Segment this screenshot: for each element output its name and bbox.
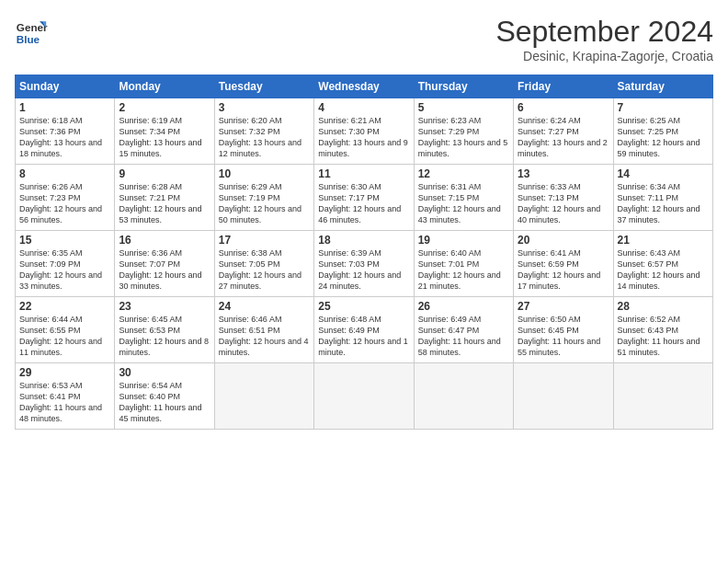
day-info: Sunrise: 6:24 AMSunset: 7:27 PMDaylight:… — [518, 115, 609, 160]
logo-icon: General Blue — [15, 15, 48, 48]
day-number: 28 — [618, 300, 709, 313]
day-info: Sunrise: 6:54 AMSunset: 6:40 PMDaylight:… — [119, 380, 210, 425]
day-number: 15 — [19, 234, 110, 247]
day-info: Sunrise: 6:45 AMSunset: 6:53 PMDaylight:… — [119, 314, 210, 359]
day-number: 18 — [318, 234, 409, 247]
day-number: 8 — [19, 167, 110, 180]
table-row: 16Sunrise: 6:36 AMSunset: 7:07 PMDayligh… — [115, 231, 214, 297]
day-info: Sunrise: 6:36 AMSunset: 7:07 PMDaylight:… — [119, 247, 210, 293]
col-friday: Friday — [514, 75, 613, 98]
day-number: 27 — [518, 300, 609, 313]
col-sunday: Sunday — [16, 75, 115, 98]
day-number: 13 — [518, 167, 609, 180]
day-number: 1 — [19, 101, 110, 114]
table-row: 3Sunrise: 6:20 AMSunset: 7:32 PMDaylight… — [214, 98, 313, 165]
day-info: Sunrise: 6:29 AMSunset: 7:19 PMDaylight:… — [219, 181, 310, 226]
table-row: 21Sunrise: 6:43 AMSunset: 6:57 PMDayligh… — [613, 231, 712, 297]
day-info: Sunrise: 6:21 AMSunset: 7:30 PMDaylight:… — [318, 115, 409, 160]
day-info: Sunrise: 6:39 AMSunset: 7:03 PMDaylight:… — [318, 247, 409, 293]
svg-text:Blue: Blue — [17, 33, 40, 45]
day-info: Sunrise: 6:46 AMSunset: 6:51 PMDaylight:… — [219, 314, 310, 359]
day-info: Sunrise: 6:25 AMSunset: 7:25 PMDaylight:… — [618, 115, 709, 160]
table-row: 26Sunrise: 6:49 AMSunset: 6:47 PMDayligh… — [414, 297, 513, 363]
month-title: September 2024 — [495, 15, 713, 49]
day-info: Sunrise: 6:40 AMSunset: 7:01 PMDaylight:… — [418, 247, 509, 293]
day-number: 14 — [618, 167, 709, 180]
day-info: Sunrise: 6:49 AMSunset: 6:47 PMDaylight:… — [418, 314, 509, 359]
table-row: 24Sunrise: 6:46 AMSunset: 6:51 PMDayligh… — [214, 297, 313, 363]
col-tuesday: Tuesday — [214, 75, 313, 98]
day-number: 20 — [518, 234, 609, 247]
day-number: 16 — [119, 234, 210, 247]
day-number: 26 — [418, 300, 509, 313]
day-info: Sunrise: 6:53 AMSunset: 6:41 PMDaylight:… — [19, 380, 110, 425]
table-row: 9Sunrise: 6:28 AMSunset: 7:21 PMDaylight… — [115, 165, 214, 231]
table-row: 1Sunrise: 6:18 AMSunset: 7:36 PMDaylight… — [16, 98, 115, 165]
table-row: 23Sunrise: 6:45 AMSunset: 6:53 PMDayligh… — [115, 297, 214, 363]
table-row: 5Sunrise: 6:23 AMSunset: 7:29 PMDaylight… — [414, 98, 513, 165]
table-row: 15Sunrise: 6:35 AMSunset: 7:09 PMDayligh… — [16, 231, 115, 297]
day-number: 21 — [618, 234, 709, 247]
day-info: Sunrise: 6:43 AMSunset: 6:57 PMDaylight:… — [618, 247, 709, 293]
table-row: 8Sunrise: 6:26 AMSunset: 7:23 PMDaylight… — [16, 165, 115, 231]
col-saturday: Saturday — [613, 75, 712, 98]
table-row: 29Sunrise: 6:53 AMSunset: 6:41 PMDayligh… — [16, 363, 115, 430]
table-row — [414, 363, 513, 430]
title-area: September 2024 Desinic, Krapina-Zagorje,… — [495, 15, 713, 63]
day-info: Sunrise: 6:18 AMSunset: 7:36 PMDaylight:… — [19, 115, 110, 160]
day-number: 10 — [219, 167, 310, 180]
day-number: 25 — [318, 300, 409, 313]
table-row — [314, 363, 414, 430]
col-thursday: Thursday — [414, 75, 513, 98]
table-row: 12Sunrise: 6:31 AMSunset: 7:15 PMDayligh… — [414, 165, 513, 231]
day-number: 9 — [119, 167, 210, 180]
table-row: 27Sunrise: 6:50 AMSunset: 6:45 PMDayligh… — [514, 297, 613, 363]
table-row: 22Sunrise: 6:44 AMSunset: 6:55 PMDayligh… — [16, 297, 115, 363]
day-number: 4 — [318, 101, 409, 114]
day-number: 11 — [318, 167, 409, 180]
table-row: 25Sunrise: 6:48 AMSunset: 6:49 PMDayligh… — [314, 297, 414, 363]
table-row: 10Sunrise: 6:29 AMSunset: 7:19 PMDayligh… — [214, 165, 313, 231]
table-row — [214, 363, 313, 430]
logo: General Blue — [15, 15, 48, 48]
day-info: Sunrise: 6:48 AMSunset: 6:49 PMDaylight:… — [318, 314, 409, 359]
day-number: 7 — [618, 101, 709, 114]
day-info: Sunrise: 6:19 AMSunset: 7:34 PMDaylight:… — [119, 115, 210, 160]
day-number: 17 — [219, 234, 310, 247]
table-row: 17Sunrise: 6:38 AMSunset: 7:05 PMDayligh… — [214, 231, 313, 297]
day-info: Sunrise: 6:35 AMSunset: 7:09 PMDaylight:… — [19, 247, 110, 293]
header: General Blue September 2024 Desinic, Kra… — [15, 15, 713, 63]
day-number: 12 — [418, 167, 509, 180]
col-monday: Monday — [115, 75, 214, 98]
page-container: General Blue September 2024 Desinic, Kra… — [0, 0, 728, 437]
day-info: Sunrise: 6:50 AMSunset: 6:45 PMDaylight:… — [518, 314, 609, 359]
day-number: 3 — [219, 101, 310, 114]
day-info: Sunrise: 6:20 AMSunset: 7:32 PMDaylight:… — [219, 115, 310, 160]
day-info: Sunrise: 6:30 AMSunset: 7:17 PMDaylight:… — [318, 181, 409, 226]
location: Desinic, Krapina-Zagorje, Croatia — [495, 49, 713, 63]
day-number: 23 — [119, 300, 210, 313]
table-row: 13Sunrise: 6:33 AMSunset: 7:13 PMDayligh… — [514, 165, 613, 231]
table-row: 20Sunrise: 6:41 AMSunset: 6:59 PMDayligh… — [514, 231, 613, 297]
table-row — [613, 363, 712, 430]
day-info: Sunrise: 6:23 AMSunset: 7:29 PMDaylight:… — [418, 115, 509, 160]
day-number: 29 — [19, 366, 110, 379]
table-row: 28Sunrise: 6:52 AMSunset: 6:43 PMDayligh… — [613, 297, 712, 363]
day-info: Sunrise: 6:38 AMSunset: 7:05 PMDaylight:… — [219, 247, 310, 293]
table-row: 11Sunrise: 6:30 AMSunset: 7:17 PMDayligh… — [314, 165, 414, 231]
table-row: 19Sunrise: 6:40 AMSunset: 7:01 PMDayligh… — [414, 231, 513, 297]
day-number: 30 — [119, 366, 210, 379]
day-number: 22 — [19, 300, 110, 313]
table-row — [514, 363, 613, 430]
day-info: Sunrise: 6:26 AMSunset: 7:23 PMDaylight:… — [19, 181, 110, 226]
table-row: 14Sunrise: 6:34 AMSunset: 7:11 PMDayligh… — [613, 165, 712, 231]
table-row: 4Sunrise: 6:21 AMSunset: 7:30 PMDaylight… — [314, 98, 414, 165]
day-info: Sunrise: 6:52 AMSunset: 6:43 PMDaylight:… — [618, 314, 709, 359]
day-info: Sunrise: 6:33 AMSunset: 7:13 PMDaylight:… — [518, 181, 609, 226]
day-number: 5 — [418, 101, 509, 114]
day-info: Sunrise: 6:34 AMSunset: 7:11 PMDaylight:… — [618, 181, 709, 226]
day-number: 24 — [219, 300, 310, 313]
table-row: 18Sunrise: 6:39 AMSunset: 7:03 PMDayligh… — [314, 231, 414, 297]
day-number: 19 — [418, 234, 509, 247]
col-wednesday: Wednesday — [314, 75, 414, 98]
